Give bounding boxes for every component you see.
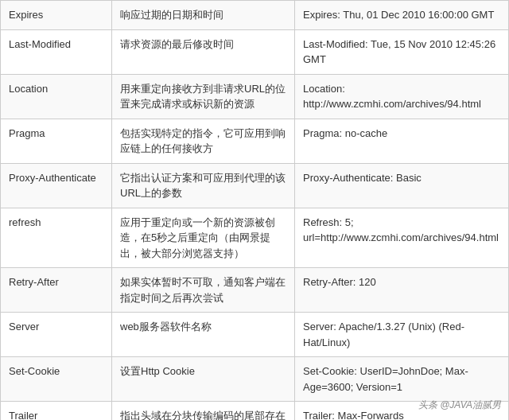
header-name: Pragma bbox=[1, 119, 112, 163]
header-description: 如果实体暂时不可取，通知客户端在指定时间之后再次尝试 bbox=[112, 268, 295, 313]
header-name: refresh bbox=[1, 208, 112, 268]
table-row: Proxy-Authenticate它指出认证方案和可应用到代理的该URL上的参… bbox=[1, 163, 509, 208]
header-name: Retry-After bbox=[1, 268, 112, 313]
header-description: web服务器软件名称 bbox=[112, 313, 295, 357]
header-description: 包括实现特定的指令，它可应用到响应链上的任何接收方 bbox=[112, 119, 295, 163]
header-description: 它指出认证方案和可应用到代理的该URL上的参数 bbox=[112, 163, 295, 208]
header-example: Set-Cookie: UserID=JohnDoe; Max-Age=3600… bbox=[295, 357, 509, 402]
table-row: Last-Modified请求资源的最后修改时间Last-Modified: T… bbox=[1, 29, 509, 74]
table-row: refresh应用于重定向或一个新的资源被创造，在5秒之后重定向（由网景提出，被… bbox=[1, 208, 509, 268]
header-description: 响应过期的日期和时间 bbox=[112, 1, 295, 30]
table-row: Retry-After如果实体暂时不可取，通知客户端在指定时间之后再次尝试Ret… bbox=[1, 268, 509, 313]
header-example: Location: http://www.zcmhi.com/archives/… bbox=[295, 74, 509, 119]
header-description: 请求资源的最后修改时间 bbox=[112, 29, 295, 74]
table-row: Pragma包括实现特定的指令，它可应用到响应链上的任何接收方Pragma: n… bbox=[1, 119, 509, 163]
header-name: Expires bbox=[1, 1, 112, 30]
table-row: Expires响应过期的日期和时间Expires: Thu, 01 Dec 20… bbox=[1, 1, 509, 30]
header-name: Trailer bbox=[1, 402, 112, 421]
header-description: 设置Http Cookie bbox=[112, 357, 295, 402]
header-description: 指出头域在分块传输编码的尾部存在 bbox=[112, 402, 295, 421]
header-example: Expires: Thu, 01 Dec 2010 16:00:00 GMT bbox=[295, 1, 509, 30]
header-example: Proxy-Authenticate: Basic bbox=[295, 163, 509, 208]
table-row: Set-Cookie设置Http CookieSet-Cookie: UserI… bbox=[1, 357, 509, 402]
header-name: Set-Cookie bbox=[1, 357, 112, 402]
header-example: Pragma: no-cache bbox=[295, 119, 509, 163]
header-name: Location bbox=[1, 74, 112, 119]
header-name: Last-Modified bbox=[1, 29, 112, 74]
http-headers-table: Expires响应过期的日期和时间Expires: Thu, 01 Dec 20… bbox=[0, 0, 509, 420]
table-row: Location用来重定向接收方到非请求URL的位置来完成请求或标识新的资源Lo… bbox=[1, 74, 509, 119]
header-description: 应用于重定向或一个新的资源被创造，在5秒之后重定向（由网景提出，被大部分浏览器支… bbox=[112, 208, 295, 268]
watermark: 头条 @JAVA油腻男 bbox=[418, 399, 501, 412]
table-row: Serverweb服务器软件名称Server: Apache/1.3.27 (U… bbox=[1, 313, 509, 357]
header-name: Server bbox=[1, 313, 112, 357]
header-description: 用来重定向接收方到非请求URL的位置来完成请求或标识新的资源 bbox=[112, 74, 295, 119]
header-example: Refresh: 5; url=http://www.zcmhi.com/arc… bbox=[295, 208, 509, 268]
header-example: Last-Modified: Tue, 15 Nov 2010 12:45:26… bbox=[295, 29, 509, 74]
header-example: Retry-After: 120 bbox=[295, 268, 509, 313]
header-name: Proxy-Authenticate bbox=[1, 163, 112, 208]
header-example: Server: Apache/1.3.27 (Unix) (Red-Hat/Li… bbox=[295, 313, 509, 357]
